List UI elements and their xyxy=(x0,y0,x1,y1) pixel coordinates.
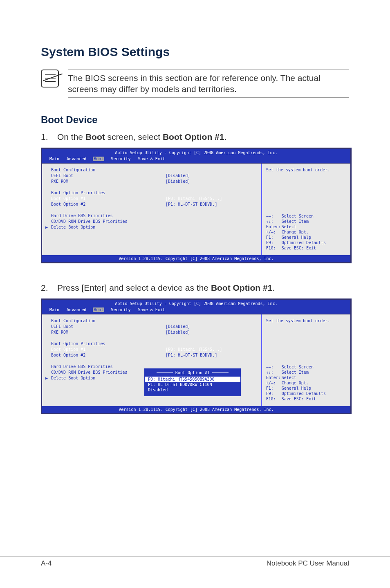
step-1: 1.On the Boot screen, select Boot Option… xyxy=(41,132,349,142)
key-sym: +/—: xyxy=(266,381,282,385)
bios-item-label: Boot Option #2 xyxy=(51,353,166,359)
bios-help-text: Set the system boot order. xyxy=(266,168,346,172)
section-heading-boot-device: Boot Device xyxy=(41,114,349,126)
key-desc: Select xyxy=(282,375,296,380)
popup-item-selected: P0: Hitachi HTS545050B9A300 xyxy=(145,377,240,382)
note-icon xyxy=(41,70,59,88)
bios-item-label: Hard Drive BBS Priorities xyxy=(51,213,166,219)
bios-title-bar: Aptio Setup Utility - Copyright [C] 2008… xyxy=(42,149,350,157)
key-sym: →←: xyxy=(266,214,282,218)
bios-item-label: Boot Option Priorities xyxy=(51,341,166,347)
key-sym: F10: xyxy=(266,246,282,250)
bios-item-label: PXE ROM xyxy=(51,179,166,185)
bios-item-label: Boot Option #2 xyxy=(51,202,166,208)
step-text-bold: Boot Option #1 xyxy=(163,132,224,141)
key-sym: F1: xyxy=(266,235,282,240)
key-sym: ↑↓: xyxy=(266,370,282,375)
bios-item-value: [P1: HL-DT-ST BDDVD.] xyxy=(166,353,217,359)
bios-item-label-highlighted: Boot Option #1 xyxy=(51,196,166,202)
bios-menu-item: Advanced xyxy=(66,307,87,312)
bios-footer: Version 1.28.1119. Copyright [C] 2008 Am… xyxy=(42,255,350,262)
bios-menu-item: Security xyxy=(110,157,131,161)
bios-item-value: [Disabled] xyxy=(166,173,190,179)
bios-key-legend: →←:Select Screen ↑↓:Select Item Enter:Se… xyxy=(266,214,346,251)
note-block: The BIOS screens in this section are for… xyxy=(41,70,349,98)
key-sym: Enter: xyxy=(266,224,282,229)
bios-menu-bar: Main Advanced Boot Security Save & Exit xyxy=(42,157,350,163)
bios-menu-item: Advanced xyxy=(66,157,87,161)
bios-title-bar: Aptio Setup Utility - Copyright [C] 2008… xyxy=(42,300,350,307)
bios-item-label-highlighted: Boot Option #1 xyxy=(51,347,166,353)
bios-item-label: UEFI Boot xyxy=(51,324,166,330)
bios-menu-item-selected: Boot xyxy=(93,307,104,312)
key-desc: Change Opt. xyxy=(282,381,309,385)
key-desc: General Help xyxy=(282,386,311,391)
bios-left-panel: Boot Configuration UEFI Boot[Disabled] P… xyxy=(42,164,261,255)
bios-item-value-highlighted: [P0: Hitachi HTS545...] xyxy=(166,196,222,202)
bios-item-label: Boot Option Priorities xyxy=(51,191,166,196)
key-sym: +/—: xyxy=(266,230,282,234)
key-desc: Optimized Defaults xyxy=(282,240,326,245)
key-desc: General Help xyxy=(282,235,311,240)
step-text: Press [Enter] and select a device as the xyxy=(57,283,211,292)
step-number: 2. xyxy=(41,283,57,293)
step-text-bold: Boot xyxy=(85,132,105,141)
bios-right-panel: Set the system boot order. →←:Select Scr… xyxy=(261,314,350,406)
bios-menu-item: Save & Exit xyxy=(137,157,166,161)
bios-item-label: CD/DVD ROM Drive BBS Priorities xyxy=(51,219,166,225)
bios-screenshot-2: Aptio Setup Utility - Copyright [C] 2008… xyxy=(41,298,352,414)
bios-item-label: UEFI Boot xyxy=(51,173,166,179)
bios-item-label: Boot Configuration xyxy=(51,319,166,324)
bios-menu-item: Security xyxy=(110,307,131,312)
bios-help-text: Set the system boot order. xyxy=(266,319,346,323)
key-desc: Select Item xyxy=(282,219,309,224)
key-desc: Save ESC: Exit xyxy=(282,397,316,401)
bios-screenshot-1: Aptio Setup Utility - Copyright [C] 2008… xyxy=(41,148,352,263)
bios-item-value-highlighted: [P0: Hitachi HTS545...] xyxy=(166,347,222,353)
bios-item-value: [P1: HL-DT-ST BDDVD.] xyxy=(166,202,217,208)
bios-item-submenu: Delete Boot Option xyxy=(51,225,166,231)
bios-menu-item: Main xyxy=(49,307,60,312)
key-sym: F9: xyxy=(266,391,282,396)
step-text: . xyxy=(272,283,275,292)
key-desc: Select Screen xyxy=(282,365,314,369)
popup-item: P1: HL-DT-ST BDDVDRW CT10N xyxy=(145,382,240,387)
bios-item-label: PXE ROM xyxy=(51,330,166,336)
key-desc: Save ESC: Exit xyxy=(282,246,316,250)
key-sym: Enter: xyxy=(266,375,282,380)
bios-item-value: [Disabled] xyxy=(166,324,190,330)
step-text-bold: Boot Option #1 xyxy=(211,283,273,292)
key-desc: Optimized Defaults xyxy=(282,391,326,396)
note-text: The BIOS screens in this section are for… xyxy=(68,72,349,95)
page-number: A-4 xyxy=(41,559,52,568)
bios-menu-item: Main xyxy=(49,157,60,161)
bios-item-value: [Disabled] xyxy=(166,179,190,185)
key-sym: →←: xyxy=(266,365,282,369)
key-desc: Select Item xyxy=(282,370,309,375)
bios-popup-boot-option: Boot Option #1 P0: Hitachi HTS545050B9A3… xyxy=(144,368,241,396)
key-desc: Select Screen xyxy=(282,214,314,218)
page-title: System BIOS Settings xyxy=(41,45,349,59)
popup-item: Disabled xyxy=(145,387,240,393)
bios-menu-bar: Main Advanced Boot Security Save & Exit xyxy=(42,307,350,314)
bios-menu-item: Save & Exit xyxy=(137,307,166,312)
step-2: 2.Press [Enter] and select a device as t… xyxy=(41,283,349,293)
step-text: On the xyxy=(57,132,85,141)
key-desc: Change Opt. xyxy=(282,230,309,234)
key-sym: F1: xyxy=(266,386,282,391)
bios-right-panel: Set the system boot order. →←:Select Scr… xyxy=(261,164,350,255)
bios-footer: Version 1.28.1119. Copyright [C] 2008 Am… xyxy=(42,406,350,413)
popup-title: Boot Option #1 xyxy=(145,370,240,375)
step-text: . xyxy=(224,132,226,141)
bios-item-label: Boot Configuration xyxy=(51,168,166,173)
key-sym: ↑↓: xyxy=(266,219,282,224)
footer-title: Notebook PC User Manual xyxy=(267,559,349,568)
key-sym: F10: xyxy=(266,397,282,401)
key-sym: F9: xyxy=(266,240,282,245)
bios-key-legend: →←:Select Screen ↑↓:Select Item Enter:Se… xyxy=(266,365,346,402)
bios-menu-item-selected: Boot xyxy=(93,157,104,161)
step-text: screen, select xyxy=(105,132,163,141)
page-footer: A-4 Notebook PC User Manual xyxy=(0,557,390,568)
key-desc: Select xyxy=(282,224,296,229)
bios-item-value: [Disabled] xyxy=(166,330,190,336)
